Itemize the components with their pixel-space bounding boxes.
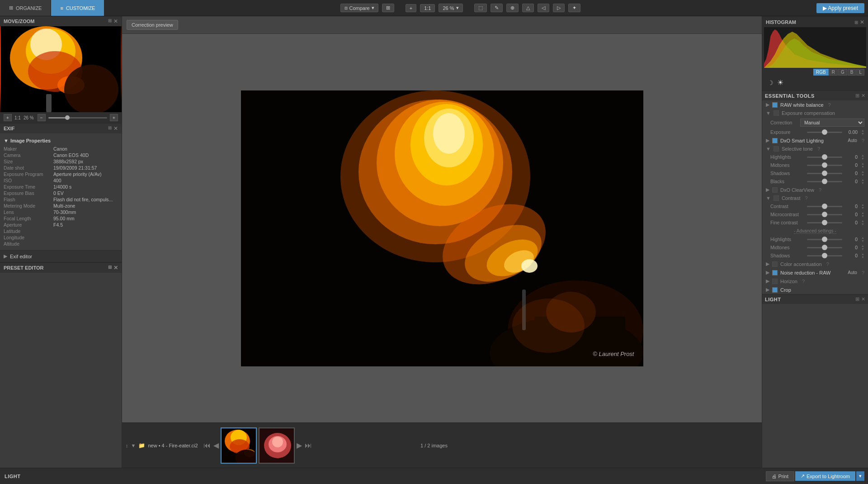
export-button[interactable]: ↗ Export to Lightroom — [795, 471, 855, 481]
color-accent-check[interactable] — [772, 261, 778, 267]
light-pin[interactable]: ⊞ — [855, 296, 859, 302]
adv-midtones-up[interactable]: ▲ — [861, 244, 864, 247]
vignette-tool[interactable]: ▷ — [553, 4, 565, 12]
contrast-down[interactable]: ▼ — [861, 206, 864, 209]
tab-organize[interactable]: ⊞ ORGANIZE — [0, 0, 51, 16]
move-zoom-preview[interactable] — [0, 26, 122, 112]
fine-contrast-up[interactable]: ▲ — [861, 219, 864, 223]
zoom-slider[interactable] — [48, 117, 107, 119]
zoom-percent-button[interactable]: 26 % ▾ — [439, 4, 462, 12]
filmstrip-thumb-1[interactable] — [221, 427, 257, 464]
raw-wb-check[interactable] — [772, 102, 778, 108]
exif-close-icon[interactable]: ✕ — [113, 125, 118, 132]
blacks-slider[interactable] — [807, 181, 842, 182]
contrast-question[interactable]: ? — [805, 195, 807, 201]
blacks-down[interactable]: ▼ — [861, 181, 864, 185]
correction-preview-button[interactable]: Correction preview — [127, 20, 178, 30]
fine-contrast-slider[interactable] — [807, 222, 842, 223]
color-accent-question[interactable]: ? — [826, 261, 829, 267]
hist-tab-g[interactable]: G — [838, 69, 847, 76]
adv-shadows-down[interactable]: ▼ — [861, 256, 864, 259]
shadows-up[interactable]: ▲ — [861, 170, 864, 173]
image-canvas[interactable]: © Laurent Prost — [122, 34, 762, 422]
hist-tab-b[interactable]: B — [848, 69, 856, 76]
horizon-check[interactable] — [772, 279, 778, 284]
selective-tone-arrow[interactable]: ▼ — [766, 146, 771, 152]
adv-midtones-slider[interactable] — [807, 247, 842, 248]
adv-shadows-up[interactable]: ▲ — [861, 252, 864, 256]
microcontrast-slider[interactable] — [807, 214, 842, 215]
preset-pin-icon[interactable]: ⊞ — [108, 265, 112, 271]
stamp-tool[interactable]: ✦ — [568, 4, 580, 12]
adv-highlights-down[interactable]: ▼ — [861, 239, 864, 242]
histogram-close[interactable]: ✕ — [860, 19, 864, 25]
correction-select[interactable]: Manual — [800, 119, 864, 127]
exposure-down[interactable]: ▼ — [861, 132, 864, 135]
clearview-question[interactable]: ? — [819, 187, 821, 193]
grid-view-button[interactable]: ⊞ — [382, 4, 394, 12]
zoom-fit-button[interactable]: + — [406, 4, 416, 12]
horizon-arrow[interactable]: ▶ — [766, 278, 769, 284]
print-button[interactable]: 🖨 Print — [766, 471, 794, 481]
adv-midtones-down[interactable]: ▼ — [861, 247, 864, 251]
smart-lighting-check[interactable] — [772, 138, 778, 143]
zoom-fit-btn[interactable]: + — [4, 114, 12, 121]
zoom-out-btn[interactable]: − — [38, 114, 46, 121]
compare-button[interactable]: ⧈ Compare ▾ — [340, 4, 378, 12]
midtones-up[interactable]: ▲ — [861, 162, 864, 165]
apply-preset-button[interactable]: ▶ Apply preset — [816, 3, 864, 13]
filmstrip-first-btn[interactable]: ⏮ — [203, 441, 211, 450]
highlights-slider[interactable] — [807, 157, 842, 158]
adv-highlights-slider[interactable] — [807, 239, 842, 240]
horizon-question[interactable]: ? — [802, 279, 805, 284]
tab-customize[interactable]: ≡ CUSTOMIZE — [51, 0, 104, 16]
crop-check[interactable] — [772, 287, 778, 293]
adv-shadows-slider[interactable] — [807, 255, 842, 256]
hist-tab-rgb[interactable]: RGB — [813, 69, 829, 76]
shadows-slider[interactable] — [807, 173, 842, 174]
smart-lighting-question[interactable]: ? — [862, 138, 864, 143]
midtones-down[interactable]: ▼ — [861, 165, 864, 168]
tools-close[interactable]: ✕ — [861, 93, 865, 99]
contrast-check[interactable] — [774, 195, 779, 201]
noise-reduction-question[interactable]: ? — [862, 270, 864, 275]
collapse-arrow[interactable]: ▼ — [4, 138, 9, 143]
smart-lighting-arrow[interactable]: ▶ — [766, 138, 769, 143]
horizon-tool[interactable]: ◁ — [538, 4, 549, 12]
hist-tab-l[interactable]: L — [856, 69, 864, 76]
raw-wb-arrow[interactable]: ▶ — [766, 102, 769, 108]
clearview-arrow[interactable]: ▶ — [766, 187, 769, 193]
midtones-slider[interactable] — [807, 165, 842, 166]
contrast-arrow[interactable]: ▼ — [766, 195, 771, 201]
contrast-up[interactable]: ▲ — [861, 203, 864, 206]
fine-contrast-down[interactable]: ▼ — [861, 223, 864, 226]
histogram-pin[interactable]: ⊞ — [854, 20, 858, 25]
selective-tone-question[interactable]: ? — [817, 146, 820, 152]
noise-reduction-arrow[interactable]: ▶ — [766, 270, 769, 275]
color-accent-arrow[interactable]: ▶ — [766, 261, 769, 267]
noise-reduction-check[interactable] — [772, 270, 778, 275]
close-icon[interactable]: ✕ — [113, 18, 118, 24]
microcontrast-up[interactable]: ▲ — [861, 211, 864, 214]
filmstrip-next-btn[interactable]: ▶ — [297, 441, 302, 450]
shadows-down[interactable]: ▼ — [861, 173, 864, 176]
exif-editor-row[interactable]: ▶ Exif editor — [0, 250, 122, 262]
zoom-in-btn[interactable]: + — [110, 114, 118, 121]
exposure-up[interactable]: ▲ — [861, 129, 864, 132]
microcontrast-down[interactable]: ▼ — [861, 214, 864, 218]
perspective-tool[interactable]: △ — [522, 4, 534, 12]
export-dropdown-button[interactable]: ▾ — [856, 471, 864, 481]
straighten-tool[interactable]: ✎ — [491, 4, 503, 12]
clearview-check[interactable] — [772, 187, 778, 193]
filmstrip-thumb-2[interactable] — [259, 427, 295, 464]
highlights-up[interactable]: ▲ — [861, 154, 864, 157]
preset-close-icon[interactable]: ✕ — [113, 265, 118, 271]
exposure-slider[interactable] — [807, 132, 842, 133]
highlights-down[interactable]: ▼ — [861, 157, 864, 160]
pin-icon[interactable]: ⊞ — [108, 18, 112, 24]
raw-wb-question[interactable]: ? — [828, 102, 831, 108]
filter-button[interactable]: ▼ — [131, 443, 136, 448]
adv-highlights-up[interactable]: ▲ — [861, 236, 864, 239]
hist-tab-r[interactable]: R — [829, 69, 838, 76]
crop-tool[interactable]: ⬚ — [474, 4, 487, 12]
